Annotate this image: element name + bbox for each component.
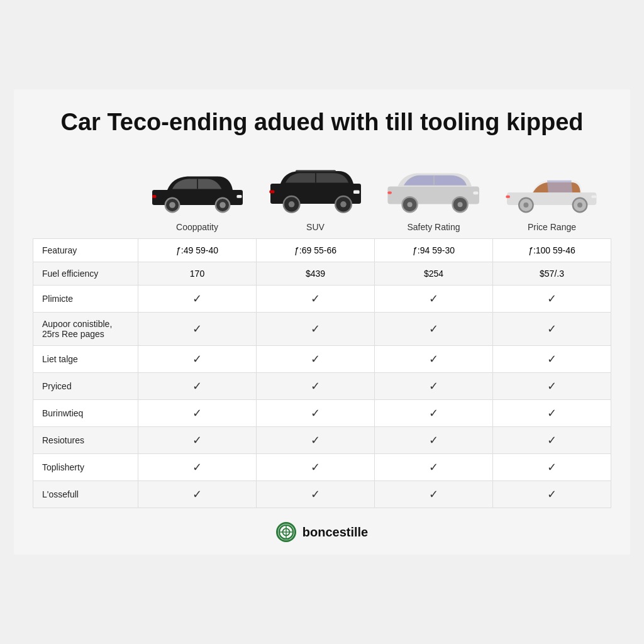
svg-rect-14 xyxy=(353,191,360,194)
checkmark-icon: ✓ xyxy=(547,323,557,335)
row-cell: ƒ:94 59-30 xyxy=(375,239,493,262)
checkmark-icon: ✓ xyxy=(192,434,202,447)
car-image-convertible xyxy=(502,162,602,218)
checkmark-icon: ✓ xyxy=(547,488,557,501)
sedan-svg xyxy=(147,162,248,218)
row-cell: ✓ xyxy=(138,427,257,454)
row-cell: ✓ xyxy=(493,427,611,454)
row-cell: $57/.3 xyxy=(493,262,611,286)
col-header-price-range: Price Range xyxy=(493,155,611,239)
table-row: Fuel efficiency170$439$254$57/.3 xyxy=(33,262,611,286)
col-label-safety-rating: Safety Rating xyxy=(384,218,484,232)
car-image-suv xyxy=(265,162,366,218)
row-cell: ƒ:100 59-46 xyxy=(493,239,611,262)
checkmark-icon: ✓ xyxy=(311,434,320,447)
row-cell: ✓ xyxy=(493,313,611,346)
row-cell: ✓ xyxy=(375,373,493,400)
row-cell: ✓ xyxy=(493,481,611,508)
row-cell: ✓ xyxy=(138,454,257,481)
table-row: Resiotures✓✓✓✓ xyxy=(33,427,611,454)
row-cell: ✓ xyxy=(493,373,611,400)
checkmark-icon: ✓ xyxy=(429,292,438,305)
row-feature-label: Aupoor conistible, 25rs Ree pages xyxy=(33,313,138,346)
checkmark-icon: ✓ xyxy=(311,380,320,392)
table-row: Aupoor conistible, 25rs Ree pages✓✓✓✓ xyxy=(33,313,611,346)
svg-point-3 xyxy=(169,202,175,208)
row-cell: ƒ:49 59-40 xyxy=(138,239,257,262)
table-row: L'ossefull✓✓✓✓ xyxy=(33,481,611,508)
row-cell: ƒ:69 55-66 xyxy=(257,239,375,262)
table-row: Pryiced✓✓✓✓ xyxy=(33,373,611,400)
checkmark-icon: ✓ xyxy=(192,461,202,474)
row-cell: ✓ xyxy=(257,313,375,346)
row-cell: ✓ xyxy=(493,346,611,373)
row-cell: ✓ xyxy=(493,454,611,481)
svg-point-27 xyxy=(523,203,528,208)
footer: boncestille xyxy=(33,522,611,542)
row-feature-label: Resiotures xyxy=(33,427,138,454)
checkmark-icon: ✓ xyxy=(192,323,202,335)
row-cell: $439 xyxy=(257,262,375,286)
header-image-row: Cooppatity xyxy=(33,155,611,239)
row-cell: ✓ xyxy=(375,400,493,427)
row-feature-label: Featuray xyxy=(33,239,138,262)
col-header-cooppatity: Cooppatity xyxy=(138,155,257,239)
table-row: Liet talge✓✓✓✓ xyxy=(33,346,611,373)
row-cell: ✓ xyxy=(138,481,257,508)
checkmark-icon: ✓ xyxy=(429,407,438,419)
checkmark-icon: ✓ xyxy=(192,380,202,392)
col-header-suv: SUV xyxy=(257,155,375,239)
checkmark-icon: ✓ xyxy=(311,292,320,305)
checkmark-icon: ✓ xyxy=(311,488,320,501)
svg-rect-7 xyxy=(152,195,156,198)
row-cell: ✓ xyxy=(257,427,375,454)
svg-point-11 xyxy=(288,201,294,208)
comparison-table: Cooppatity xyxy=(33,155,611,508)
row-cell: ✓ xyxy=(493,286,611,313)
checkmark-icon: ✓ xyxy=(429,380,438,392)
brand-logo xyxy=(276,522,296,542)
car-image-crossover xyxy=(384,162,484,218)
table-row: Plimicte✓✓✓✓ xyxy=(33,286,611,313)
svg-rect-15 xyxy=(269,191,274,194)
row-feature-label: L'ossefull xyxy=(33,481,138,508)
checkmark-icon: ✓ xyxy=(547,292,557,305)
checkmark-icon: ✓ xyxy=(429,434,438,447)
row-cell: ✓ xyxy=(257,373,375,400)
checkmark-icon: ✓ xyxy=(311,461,320,474)
row-cell: $254 xyxy=(375,262,493,286)
checkmark-icon: ✓ xyxy=(311,353,320,365)
svg-rect-23 xyxy=(473,192,478,195)
checkmark-icon: ✓ xyxy=(429,353,438,365)
checkmark-icon: ✓ xyxy=(547,380,557,392)
svg-point-22 xyxy=(457,202,462,207)
svg-point-29 xyxy=(577,203,582,208)
suv-svg xyxy=(265,162,366,218)
page-title: Car Teco-ending adued with till tooling … xyxy=(33,108,611,137)
svg-point-13 xyxy=(340,201,347,208)
col-label-price-range: Price Range xyxy=(502,218,602,232)
row-cell: ✓ xyxy=(375,346,493,373)
table-row: Featurayƒ:49 59-40ƒ:69 55-66ƒ:94 59-30ƒ:… xyxy=(33,239,611,262)
row-cell: ✓ xyxy=(493,400,611,427)
row-cell: ✓ xyxy=(257,400,375,427)
checkmark-icon: ✓ xyxy=(311,323,320,335)
svg-rect-31 xyxy=(506,196,509,198)
row-cell: ✓ xyxy=(375,427,493,454)
row-feature-label: Plimicte xyxy=(33,286,138,313)
checkmark-icon: ✓ xyxy=(429,461,438,474)
row-cell: ✓ xyxy=(257,481,375,508)
row-cell: ✓ xyxy=(138,313,257,346)
row-feature-label: Toplisherty xyxy=(33,454,138,481)
checkmark-icon: ✓ xyxy=(192,488,202,501)
row-cell: ✓ xyxy=(257,454,375,481)
checkmark-icon: ✓ xyxy=(429,488,438,501)
row-cell: ✓ xyxy=(138,346,257,373)
checkmark-icon: ✓ xyxy=(192,407,202,419)
row-cell: ✓ xyxy=(375,454,493,481)
checkmark-icon: ✓ xyxy=(547,353,557,365)
table-row: Burinwtieq✓✓✓✓ xyxy=(33,400,611,427)
table-body: Featurayƒ:49 59-40ƒ:69 55-66ƒ:94 59-30ƒ:… xyxy=(33,239,611,508)
row-feature-label: Pryiced xyxy=(33,373,138,400)
col-label-suv: SUV xyxy=(265,218,366,232)
